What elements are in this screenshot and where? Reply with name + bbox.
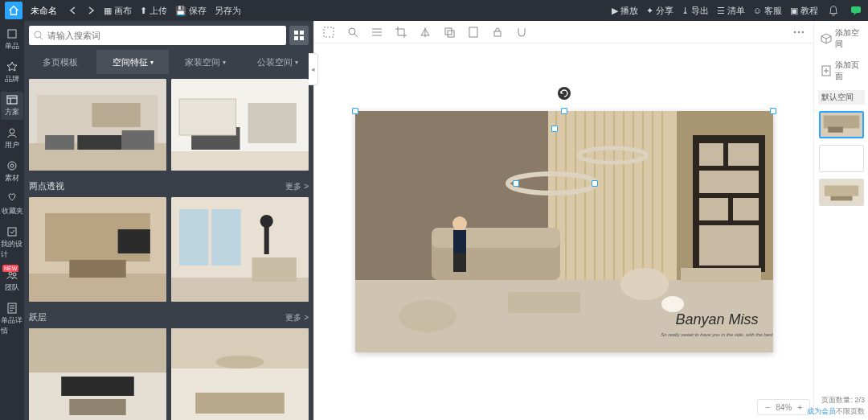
rotate-handle[interactable] [558,87,571,100]
svg-point-8 [13,273,16,276]
page-plus-icon [821,65,832,76]
svg-rect-1 [8,30,16,38]
chat-icon[interactable] [849,3,863,18]
layout-toggle-button[interactable] [289,26,309,45]
canvas-area: Banyan Miss So really sweet to have you … [313,21,813,420]
bell-icon[interactable] [826,3,841,18]
rail-item-user[interactable]: 用户 [1,125,23,153]
svg-rect-24 [248,103,297,143]
search-input[interactable] [47,31,281,40]
select-tool[interactable] [322,26,335,39]
tab-multi-template[interactable]: 多页模板 [24,50,96,74]
section-header: 跃层 更多 > [29,311,309,323]
template-thumb[interactable] [29,79,166,171]
template-thumb[interactable] [171,79,309,171]
template-thumb[interactable] [171,197,309,302]
undo-button[interactable] [68,6,78,15]
list-button[interactable]: ☰ 清单 [717,5,745,17]
more-tool[interactable] [792,26,805,39]
export-button[interactable]: ⤓ 导出 [682,5,709,17]
svg-point-10 [35,31,41,38]
more-link[interactable]: 更多 > [285,312,309,323]
section-title: 跃层 [29,311,47,323]
right-panel: 添加空间 添加页面 默认空间 [813,21,868,420]
lock-tool[interactable] [491,26,504,39]
template-thumb[interactable] [29,197,166,302]
crop-tool[interactable] [395,26,407,39]
svg-point-54 [798,31,800,32]
document-title: 未命名 [31,5,57,17]
rail-item-favorites[interactable]: 收藏夹 [1,191,23,219]
svg-rect-13 [294,36,298,40]
more-link[interactable]: 更多 > [285,181,309,192]
flip-tool[interactable] [419,26,432,39]
resize-handle-inner-e[interactable] [592,180,598,187]
support-button[interactable]: ☺ 客服 [753,5,782,17]
resize-handle-ne[interactable] [770,108,776,114]
snap-tool[interactable] [515,26,528,39]
rail-item-team[interactable]: NEW团队 [1,267,23,295]
svg-rect-52 [494,31,501,36]
play-button[interactable]: ▶ 播放 [612,5,638,17]
chevron-down-icon: ▾ [150,59,154,66]
rail-item-detail[interactable]: 单品详情 [1,300,23,339]
chevron-down-icon: ▾ [223,59,226,66]
add-page-button[interactable]: 添加页面 [817,56,866,85]
zoom-control[interactable]: − 84% + [757,399,810,415]
tab-home-space[interactable]: 家装空间▾ [169,50,241,74]
svg-point-7 [9,272,12,275]
svg-point-55 [802,31,804,32]
rail-item-material[interactable]: 素材 [1,158,23,186]
svg-rect-41 [61,377,134,396]
saveas-button[interactable]: 另存为 [215,5,241,17]
resize-handle-inner-w[interactable] [513,180,519,187]
page-tool[interactable] [467,26,480,39]
collapse-panel-button[interactable]: ◂ [309,53,318,85]
svg-rect-99 [824,186,858,196]
library-scroll[interactable]: 两点透视 更多 > 跃层 更多 > [24,74,313,420]
add-space-button[interactable]: 添加空间 [817,24,866,53]
rail-item-brand[interactable]: 品牌 [1,59,23,87]
resize-handle-inner-n[interactable] [551,126,558,132]
resize-handle-nw[interactable] [352,108,358,114]
top-bar: 未命名 ▦ 画布 ⬆ 上传 💾 保存 另存为 ▶ 播放 ✦ 分享 ⤓ 导出 ☰ … [0,0,868,21]
cube-icon [821,33,832,44]
upload-button[interactable]: ⬆ 上传 [140,5,167,17]
rail-item-mydesign[interactable]: 我的设计 [1,224,23,262]
svg-rect-97 [828,127,843,133]
svg-rect-31 [118,229,150,253]
member-link[interactable]: 成为会员 [807,407,836,415]
align-tool[interactable] [371,26,383,39]
page-thumb[interactable] [819,145,864,172]
canvas-button[interactable]: ▦ 画布 [104,5,132,17]
tutorial-button[interactable]: ▣ 教程 [790,5,818,17]
resize-handle-n[interactable] [561,108,567,114]
redo-button[interactable] [86,6,96,15]
artboard[interactable]: Banyan Miss So really sweet to have you … [355,111,773,352]
svg-rect-50 [448,31,454,37]
tab-public-space[interactable]: 公装空间▾ [241,50,313,74]
rail-item-single[interactable]: 单品 [1,26,23,54]
home-button[interactable] [5,2,23,19]
copy-tool[interactable] [443,26,456,39]
stage[interactable]: Banyan Miss So really sweet to have you … [314,43,813,420]
zoom-value: 84% [776,403,792,412]
svg-point-48 [349,28,355,35]
canvas-toolbar [314,21,813,43]
svg-point-53 [794,31,796,32]
save-button[interactable]: 💾 保存 [175,5,207,17]
template-thumb[interactable] [29,328,166,420]
zoom-in-button[interactable]: + [795,403,805,412]
page-thumb[interactable] [819,111,864,138]
page-thumb[interactable] [819,179,864,206]
tab-space-feature[interactable]: 空间特征▾ [96,50,169,74]
left-rail: 单品 品牌 方案 用户 素材 收藏夹 我的设计 NEW团队 单品详情 [0,21,24,420]
share-button[interactable]: ✦ 分享 [646,5,674,17]
zoom-out-button[interactable]: − [763,403,772,412]
rail-item-plan[interactable]: 方案 [1,92,23,120]
svg-rect-6 [8,228,16,236]
template-thumb[interactable] [171,328,309,420]
new-badge-icon: NEW [2,265,18,272]
search-input-wrap[interactable] [29,26,286,45]
zoom-tool[interactable] [346,26,359,39]
